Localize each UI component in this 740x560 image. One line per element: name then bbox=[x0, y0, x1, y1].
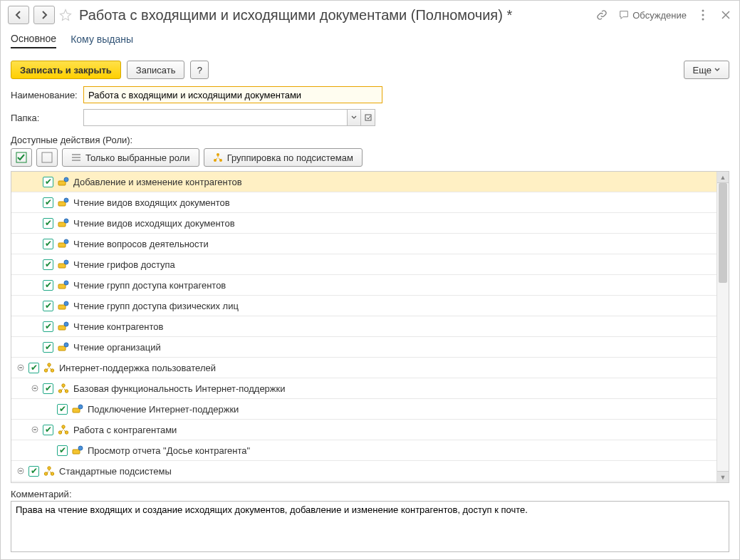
name-label: Наименование: bbox=[11, 90, 79, 100]
group-subsystems-toggle[interactable]: Группировка по подсистемам bbox=[204, 148, 363, 167]
roles-tree[interactable]: Добавление и изменение контрагентовЧтени… bbox=[11, 172, 716, 482]
close-icon[interactable] bbox=[719, 9, 732, 21]
main-toolbar: Записать и закрыть Записать ? Еще bbox=[1, 56, 739, 83]
role-icon bbox=[58, 197, 69, 207]
expander-icon[interactable] bbox=[16, 466, 26, 476]
roles-section-label: Доступные действия (Роли): bbox=[1, 129, 739, 148]
role-checkbox[interactable] bbox=[43, 425, 53, 435]
tree-row[interactable]: Чтение грифов доступа bbox=[11, 254, 716, 275]
role-checkbox[interactable] bbox=[28, 466, 39, 477]
uncheck-all-icon bbox=[41, 152, 53, 163]
save-button[interactable]: Записать bbox=[127, 61, 185, 79]
tab-issued[interactable]: Кому выданы bbox=[71, 33, 133, 48]
tree-row-label: Подключение Интернет-поддержки bbox=[88, 404, 239, 415]
tree-row[interactable]: Просмотр отчета "Досье контрагента" bbox=[11, 440, 716, 461]
comment-textarea[interactable] bbox=[11, 501, 729, 552]
svg-rect-18 bbox=[58, 243, 66, 247]
help-button[interactable]: ? bbox=[190, 61, 209, 79]
link-icon[interactable] bbox=[595, 9, 608, 21]
tree-row-label: Добавление и изменение контрагентов bbox=[73, 177, 242, 187]
more-button[interactable]: Еще bbox=[684, 61, 729, 79]
role-checkbox[interactable] bbox=[28, 363, 39, 373]
folder-dropdown-button[interactable] bbox=[347, 109, 361, 126]
tree-row[interactable]: Стандартные подсистемы bbox=[11, 461, 716, 482]
folder-input-group bbox=[83, 109, 375, 126]
folder-open-button[interactable] bbox=[361, 109, 375, 126]
only-selected-toggle[interactable]: Только выбранные роли bbox=[62, 148, 199, 167]
tree-row[interactable]: Интернет-поддержка пользователей bbox=[11, 358, 716, 378]
tree-row[interactable]: Добавление и изменение контрагентов bbox=[11, 172, 716, 192]
tree-row-label: Чтение организаций bbox=[73, 342, 161, 353]
scroll-up-button[interactable]: ▲ bbox=[717, 172, 729, 183]
subsystem-icon bbox=[43, 363, 55, 373]
role-checkbox[interactable] bbox=[43, 342, 53, 353]
tree-row[interactable]: Чтение групп доступа контрагентов bbox=[11, 275, 716, 296]
favorite-star-icon[interactable] bbox=[59, 9, 72, 21]
svg-rect-3 bbox=[365, 115, 371, 120]
tree-row-label: Базовая функциональность Интернет-поддер… bbox=[73, 383, 285, 394]
arrow-right-icon bbox=[40, 11, 48, 19]
tree-row[interactable]: Подключение Интернет-поддержки bbox=[11, 399, 716, 420]
uncheck-all-button[interactable] bbox=[36, 148, 58, 167]
titlebar: Работа с входящими и исходящими документ… bbox=[1, 1, 739, 29]
svg-rect-22 bbox=[58, 284, 66, 289]
svg-point-1 bbox=[702, 14, 704, 16]
tree-row-label: Чтение видов входящих документов bbox=[73, 197, 230, 208]
window-title: Работа с входящими и исходящими документ… bbox=[76, 7, 591, 24]
role-checkbox[interactable] bbox=[57, 445, 68, 456]
svg-rect-20 bbox=[58, 264, 66, 268]
check-all-icon bbox=[16, 152, 27, 163]
svg-rect-44 bbox=[73, 450, 80, 454]
svg-point-0 bbox=[702, 10, 704, 12]
svg-point-23 bbox=[64, 281, 68, 285]
svg-point-27 bbox=[64, 322, 68, 326]
role-checkbox[interactable] bbox=[57, 404, 68, 415]
svg-point-39 bbox=[78, 405, 83, 409]
svg-rect-28 bbox=[58, 346, 66, 351]
scrollbar[interactable]: ▲ ▼ bbox=[716, 172, 729, 482]
name-input[interactable] bbox=[83, 86, 382, 103]
tree-row[interactable]: Чтение организаций bbox=[11, 337, 716, 358]
tree-row[interactable]: Работа с контрагентами bbox=[11, 420, 716, 440]
save-and-close-button[interactable]: Записать и закрыть bbox=[11, 61, 121, 79]
tab-main[interactable]: Основное bbox=[11, 33, 56, 48]
discuss-button[interactable]: Обсуждение bbox=[618, 9, 687, 21]
tree-row-label: Чтение грифов доступа bbox=[73, 259, 175, 270]
expander-icon[interactable] bbox=[30, 383, 40, 393]
title-actions: Обсуждение bbox=[595, 9, 732, 21]
nav-forward-button[interactable] bbox=[33, 6, 55, 24]
expander-icon[interactable] bbox=[30, 425, 40, 435]
role-checkbox[interactable] bbox=[43, 259, 53, 270]
svg-rect-5 bbox=[42, 152, 52, 162]
tree-row-label: Просмотр отчета "Досье контрагента" bbox=[88, 445, 250, 456]
tree-row[interactable]: Чтение вопросов деятельности bbox=[11, 234, 716, 254]
svg-rect-24 bbox=[58, 305, 66, 309]
expander-icon[interactable] bbox=[16, 363, 26, 373]
chevron-down-icon bbox=[351, 115, 357, 120]
tree-row-label: Чтение видов исходящих документов bbox=[73, 218, 235, 229]
role-checkbox[interactable] bbox=[43, 321, 53, 332]
role-checkbox[interactable] bbox=[43, 197, 53, 208]
tree-row[interactable]: Чтение видов входящих документов bbox=[11, 192, 716, 213]
role-checkbox[interactable] bbox=[43, 218, 53, 229]
scroll-down-button[interactable]: ▼ bbox=[717, 471, 729, 482]
nav-back-button[interactable] bbox=[8, 6, 29, 24]
folder-input[interactable] bbox=[83, 109, 347, 126]
svg-rect-6 bbox=[72, 154, 80, 155]
role-checkbox[interactable] bbox=[43, 177, 53, 187]
svg-point-19 bbox=[64, 239, 68, 244]
tree-row[interactable]: Чтение видов исходящих документов bbox=[11, 213, 716, 234]
chat-icon bbox=[618, 9, 630, 21]
tree-row[interactable]: Чтение групп доступа физических лиц bbox=[11, 296, 716, 316]
tree-row[interactable]: Базовая функциональность Интернет-поддер… bbox=[11, 378, 716, 399]
role-checkbox[interactable] bbox=[43, 280, 53, 291]
name-row: Наименование: bbox=[1, 83, 739, 106]
role-checkbox[interactable] bbox=[43, 301, 53, 311]
check-all-button[interactable] bbox=[11, 148, 32, 167]
scroll-thumb[interactable] bbox=[719, 183, 727, 283]
role-checkbox[interactable] bbox=[43, 239, 53, 249]
tree-row[interactable]: Чтение контрагентов bbox=[11, 316, 716, 337]
role-checkbox[interactable] bbox=[43, 383, 53, 394]
kebab-menu-icon[interactable] bbox=[697, 9, 709, 21]
svg-rect-12 bbox=[58, 181, 66, 185]
